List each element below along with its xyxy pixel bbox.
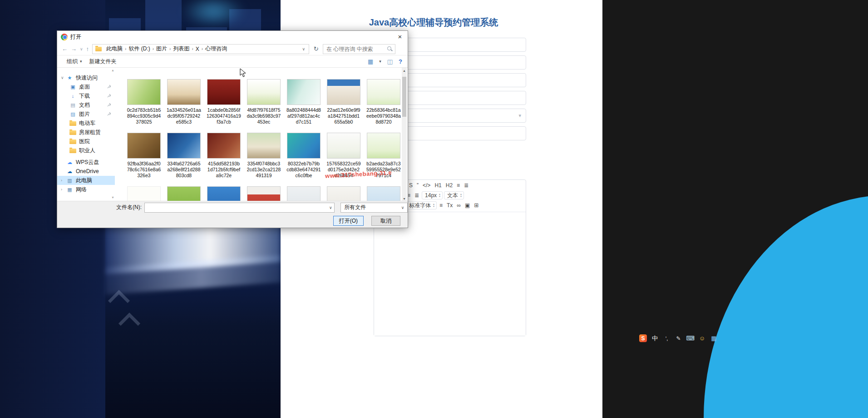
file-item[interactable] [244,186,284,202]
sidebar-item[interactable]: › 网络 [57,185,115,194]
new-folder-button[interactable]: 新建文件夹 [87,56,119,66]
view-mode-icon[interactable]: ▦ [368,58,373,65]
text-type-select[interactable]: 文本 ▲▼ [444,191,464,199]
align-button[interactable]: ≡ [438,201,444,209]
refresh-icon[interactable]: ↻ [312,45,320,52]
file-item[interactable] [324,186,364,202]
file-item[interactable]: 8a802488444d8af297d812ac4cd7c151 [284,79,324,133]
pen-icon[interactable]: ✎ [675,334,682,342]
table-button[interactable]: ⊞ [473,201,480,209]
breadcrumb-item[interactable]: 心理咨询 [203,45,229,53]
file-item[interactable]: 80322eb7b79bcdb83e6474291c6c0fbe [284,133,324,186]
file-item[interactable]: 4fd87f97618f75da3c9b5983c97453ec [244,79,284,133]
file-item[interactable]: 334fa62726a65a268e8f21d288803cd8 [164,133,204,186]
sidebar-item[interactable]: 电动车 [57,119,115,128]
file-item[interactable] [284,186,324,202]
sidebar-item[interactable]: 文档 [57,100,115,109]
dialog-buttons: 打开(O) 取消 [57,214,408,228]
font-family-select[interactable]: 标准字体 ▲▼ [406,201,437,209]
back-button[interactable]: ← [62,45,68,52]
sidebar-item-label: WPS云盘 [76,159,99,166]
scroll-up-icon[interactable]: ▲ [402,68,407,74]
expand-arrow-icon[interactable]: › [61,187,66,192]
filename-combo[interactable]: ∨ [144,203,335,213]
sidebar-item[interactable]: WPS云盘 [57,158,115,167]
file-item[interactable]: 22ad12e60e9f9a1842751bdd1655a5b0 [324,79,364,133]
link-button[interactable]: ∞ [455,201,462,209]
image-button[interactable]: ▣ [464,201,471,209]
sidebar-item[interactable]: 房屋租赁 [57,128,115,137]
open-file-dialog: 打开 × ← → ∨ ↑ 此电脑 › 软件 (D:) › 图片 [57,30,408,228]
file-item[interactable] [364,186,402,202]
expand-arrow-icon[interactable]: › [61,178,66,183]
sidebar-item[interactable]: 医院 [57,137,115,146]
sidebar-item[interactable]: 图片 [57,109,115,119]
open-button[interactable]: 打开(O) [333,216,364,226]
chinese-mode-icon[interactable]: 中 [651,334,659,342]
search-box[interactable] [323,44,395,54]
file-list-scrollbar[interactable]: ▲ ▼ [402,68,407,202]
sidebar-scroll-up-icon[interactable]: ▲ [111,69,115,72]
keyboard-icon[interactable]: ⌨ [686,334,694,342]
cancel-button[interactable]: 取消 [371,216,400,226]
file-type-select[interactable]: 所有文件 ∨ [340,203,408,213]
file-item[interactable]: 22b58364bc81aeebe09790348a8d8720 [364,79,402,133]
sidebar-item[interactable]: › 此电脑 [57,176,115,185]
sogou-logo-icon[interactable]: S [639,334,647,342]
breadcrumb-item[interactable]: 此电脑 [104,45,125,53]
indent-button[interactable]: ≣ [413,191,420,199]
code-view-button[interactable]: </> [421,181,432,189]
scrollbar-thumb[interactable] [402,77,406,117]
blockquote-button[interactable]: ” [415,181,420,189]
address-dropdown-icon[interactable]: ∨ [301,47,307,51]
file-item[interactable]: 1a334526e01aadc95f05729242e585c3 [164,79,204,133]
search-icon[interactable] [387,46,393,52]
filename-input[interactable] [145,204,327,211]
strikethrough-button[interactable]: S [408,181,414,189]
file-item[interactable]: 415dd582193b1d712b5fcf9befa9c72e [204,133,244,186]
help-icon[interactable]: ? [399,58,402,65]
sidebar-item-icon [69,130,76,135]
breadcrumb[interactable]: 此电脑 › 软件 (D:) › 图片 › 列表图 › X › [92,44,309,54]
file-item[interactable]: 0c2d783cb51b5894cc9305c9d4378025 [124,79,164,133]
forward-button[interactable]: → [71,45,77,52]
view-mode-dropdown-icon[interactable]: ▾ [379,59,381,64]
heading2-button[interactable]: H2 [444,181,454,189]
clear-format-button[interactable]: Tx [445,201,454,209]
breadcrumb-item[interactable]: X [193,46,202,52]
history-dropdown-icon[interactable]: ∨ [80,47,83,51]
heading1-button[interactable]: H1 [433,181,443,189]
emoji-icon[interactable]: ☺ [698,334,706,342]
font-size-select[interactable]: 14px ▲▼ [422,191,443,199]
file-name: 22b58364bc81aeebe09790348a8d8720 [364,107,402,125]
up-button[interactable]: ↑ [86,45,89,52]
breadcrumb-item[interactable]: 图片 [154,45,169,53]
preview-pane-icon[interactable]: ◫ [387,58,393,65]
breadcrumb-item[interactable]: 软件 (D:) [126,45,152,53]
search-input[interactable] [326,46,387,52]
close-icon[interactable]: × [392,31,408,43]
expand-arrow-icon[interactable]: ∨ [61,75,66,80]
sidebar-item[interactable]: 下载 [57,91,115,100]
file-item[interactable]: 3354f0748bbc32cd13e2ca2128491319 [244,133,284,186]
sidebar-item[interactable]: OneDrive [57,167,115,176]
chevron-down-icon[interactable]: ∨ [327,205,334,210]
sidebar-scroll-down-icon[interactable]: ▼ [111,196,115,199]
editor-content-area[interactable] [374,212,526,336]
organize-button[interactable]: 组织 ▾ [64,56,85,66]
file-item[interactable] [204,186,244,202]
punctuation-icon[interactable]: ’, [663,334,671,342]
file-item[interactable]: 92fba3f36aa2f078c6c7616e8a6326e3 [124,133,164,186]
file-item[interactable]: 1cabde0b2856f1263047416a19f3a7cb [204,79,244,133]
file-item[interactable] [124,186,164,202]
sidebar-item[interactable]: ∨ 快速访问 [57,73,115,82]
bullet-list-button[interactable]: ≡ [455,181,461,189]
toolbox-icon[interactable]: ▦ [710,334,718,342]
sidebar-item[interactable]: 桌面 [57,82,115,91]
breadcrumb-item[interactable]: 列表图 [171,45,192,53]
file-thumbnail [167,79,201,105]
numbered-list-button[interactable]: ≣ [463,181,470,189]
file-item[interactable] [164,186,204,202]
file-item[interactable]: b2aeda23a87c359955528e9e527971c4 [364,133,402,186]
sidebar-item[interactable]: 职业人 [57,146,115,155]
